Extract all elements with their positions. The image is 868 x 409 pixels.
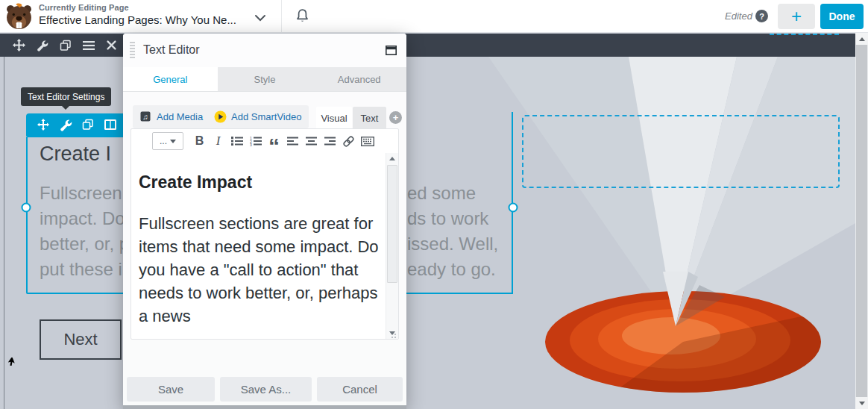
tab-visual[interactable]: Visual — [316, 107, 352, 129]
save-as-button[interactable]: Save As... — [220, 377, 312, 402]
tooltip: Text Editor Settings — [21, 87, 111, 106]
save-button[interactable]: Save — [127, 377, 215, 402]
wrench-icon[interactable] — [54, 113, 77, 136]
duplicate-icon[interactable] — [54, 34, 77, 57]
add-media-button[interactable]: ♫ Add Media — [133, 105, 210, 128]
help-icon[interactable]: ? — [755, 10, 768, 22]
toolbar-toggle-icon[interactable] — [359, 132, 376, 150]
panel-title: Text Editor — [143, 43, 200, 57]
media-icon: ♫ — [140, 111, 152, 122]
panel-header: Text Editor — [123, 34, 406, 67]
scroll-up-icon[interactable] — [855, 33, 868, 45]
divider — [281, 0, 282, 32]
align-left-icon[interactable] — [284, 132, 301, 150]
drop-zone-outline — [522, 115, 840, 188]
shortcode-plus-icon[interactable]: + — [389, 111, 402, 124]
duplicate-icon[interactable] — [77, 113, 99, 136]
canvas-heading: Create I — [40, 143, 111, 166]
numbered-list-icon[interactable]: 123 — [247, 132, 264, 150]
add-smartvideo-label: Add SmartVideo — [231, 111, 301, 122]
menu-icon[interactable] — [77, 34, 100, 57]
play-icon — [214, 110, 227, 123]
editing-status-label: Currently Editing Page — [39, 3, 262, 12]
mouse-cursor — [8, 357, 16, 370]
resize-handle-middle[interactable] — [509, 203, 518, 213]
editor-heading: Create Impact — [139, 172, 383, 193]
editor-scrollbar-thumb[interactable] — [387, 165, 397, 283]
panel-bottom-edge — [123, 405, 406, 409]
scroll-down-icon[interactable] — [855, 397, 868, 409]
builder-screen: Create I Fullscreen impact. Do better, o… — [0, 0, 868, 409]
italic-button[interactable]: I — [210, 132, 227, 150]
done-button[interactable]: Done — [820, 4, 864, 29]
bold-button[interactable]: B — [191, 132, 208, 150]
edited-status: Edited — [725, 10, 752, 22]
next-button[interactable]: Next — [40, 319, 122, 360]
move-icon[interactable] — [7, 34, 31, 57]
top-bar: Currently Editing Page Effective Landing… — [0, 0, 868, 33]
beaver-builder-logo — [5, 3, 33, 31]
tab-style[interactable]: Style — [218, 67, 312, 91]
svg-text:♫: ♫ — [142, 113, 148, 121]
close-icon[interactable] — [100, 34, 123, 57]
add-smartvideo-button[interactable]: Add SmartVideo — [207, 105, 309, 128]
panel-footer: Save Save As... Cancel — [123, 340, 406, 405]
page-scrollbar-thumb[interactable] — [856, 45, 867, 397]
scroll-up-icon[interactable] — [386, 153, 398, 164]
add-media-label: Add Media — [157, 111, 203, 122]
tab-advanced[interactable]: Advanced — [312, 67, 406, 91]
rich-text-editor: ... B I 123 “ — [130, 128, 399, 340]
bullet-list-icon[interactable] — [228, 132, 245, 150]
blockquote-icon[interactable]: “ — [265, 132, 283, 150]
editor-scrollbar[interactable] — [386, 153, 398, 339]
caret-down-icon — [170, 140, 176, 143]
dock-window-icon[interactable] — [386, 45, 397, 58]
cancel-button[interactable]: Cancel — [317, 377, 403, 402]
link-icon[interactable] — [340, 132, 357, 150]
svg-text:3: 3 — [250, 143, 252, 146]
page-title: Effective Landing Pages: Why You Ne... — [39, 13, 259, 26]
drag-handle[interactable] — [130, 42, 135, 59]
wrench-icon[interactable] — [31, 34, 54, 57]
text-editor-panel: Text Editor General Style Advanced ♫ Add… — [123, 34, 406, 409]
format-dropdown-label: ... — [160, 136, 167, 146]
tooltip-label: Text Editor Settings — [28, 92, 104, 102]
tab-text[interactable]: Text — [353, 107, 386, 129]
module-toolbar — [26, 113, 130, 136]
move-icon[interactable] — [32, 113, 54, 136]
bell-icon[interactable] — [295, 8, 309, 27]
editor-content[interactable]: Create Impact Fullscreen sections are gr… — [131, 153, 386, 339]
editor-paragraph: Fullscreen sections are great for items … — [139, 212, 379, 328]
row-drop-outline-corner — [770, 34, 839, 39]
chevron-down-icon[interactable] — [254, 12, 266, 25]
canvas-paragraph: Fullscreen impact. Do better, or, p put … — [40, 181, 129, 282]
editor-toolbar: ... B I 123 “ — [131, 129, 398, 153]
content-edge-line — [4, 57, 4, 409]
tab-general[interactable]: General — [123, 67, 218, 91]
canvas-paragraph-middle: ed some ds to work issed. Well, eady to … — [407, 181, 498, 282]
resize-handle-left[interactable] — [22, 203, 31, 213]
add-content-button[interactable]: + — [778, 4, 815, 29]
align-right-icon[interactable] — [321, 132, 339, 150]
columns-icon[interactable] — [99, 113, 122, 136]
page-scrollbar[interactable] — [855, 33, 868, 409]
panel-tabs: General Style Advanced — [123, 67, 406, 92]
format-dropdown[interactable]: ... — [152, 132, 183, 150]
align-center-icon[interactable] — [303, 132, 320, 150]
